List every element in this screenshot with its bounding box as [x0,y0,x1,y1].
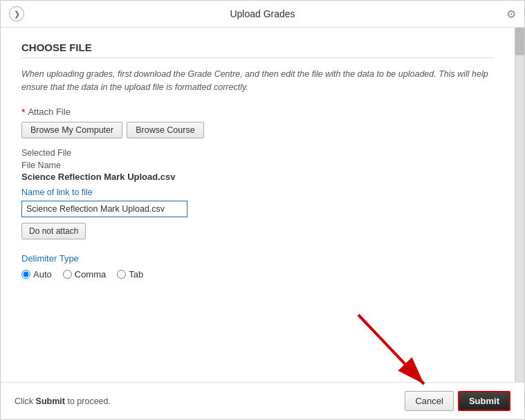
delimiter-auto-label: Auto [33,269,52,280]
info-text: When uploading grades, first download th… [21,68,494,94]
nav-back-button[interactable]: ❯ [9,6,24,21]
selected-file-section: Selected File File Name Science Reflecti… [21,148,494,239]
delimiter-comma-label: Comma [75,269,107,280]
settings-icon[interactable]: ⚙ [506,8,516,21]
delimiter-comma-radio[interactable] [63,270,72,279]
submit-button[interactable]: Submit [458,391,510,411]
required-indicator: * [21,107,25,118]
content-area: CHOOSE FILE When uploading grades, first… [1,28,524,382]
link-name-input[interactable] [21,201,187,217]
delimiter-label: Delimiter Type [21,253,494,264]
delimiter-section: Delimiter Type Auto Comma Tab [21,253,494,280]
cancel-button[interactable]: Cancel [405,391,453,411]
click-text: Click [15,396,33,406]
delimiter-comma-option[interactable]: Comma [63,269,107,280]
chevron-right-icon: ❯ [14,10,20,19]
delimiter-radio-group: Auto Comma Tab [21,269,494,280]
browse-course-button[interactable]: Browse Course [127,122,203,138]
browse-buttons: Browse My Computer Browse Course [21,122,494,138]
delimiter-auto-option[interactable]: Auto [21,269,52,280]
upload-grades-window: ❯ Upload Grades ⚙ CHOOSE FILE When uploa… [0,0,525,420]
file-name-value: Science Reflection Mark Upload.csv [21,172,494,182]
title-bar: ❯ Upload Grades ⚙ [1,1,524,28]
footer: Click Submit to proceed. Cancel Submit [1,382,524,419]
footer-hint-text: Click Submit to proceed. [15,396,111,406]
delimiter-tab-option[interactable]: Tab [117,269,143,280]
selected-file-label: Selected File [21,148,494,158]
section-title: CHOOSE FILE [21,42,494,58]
delimiter-tab-radio[interactable] [117,270,126,279]
main-panel: CHOOSE FILE When uploading grades, first… [1,28,515,382]
scrollbar-thumb[interactable] [515,28,524,55]
delimiter-auto-radio[interactable] [21,270,30,279]
footer-buttons: Cancel Submit [405,391,510,411]
submit-hint-word: Submit [36,396,65,406]
window-title: Upload Grades [230,8,295,19]
to-proceed-text: to proceed. [67,396,111,406]
file-name-label: File Name [21,161,494,170]
scrollbar[interactable] [515,28,524,382]
attach-file-label: * Attach File [21,107,494,118]
do-not-attach-button[interactable]: Do not attach [21,223,86,239]
attach-file-text: Attach File [28,107,70,117]
link-name-label: Name of link to file [21,188,494,197]
browse-computer-button[interactable]: Browse My Computer [21,122,122,138]
delimiter-tab-label: Tab [129,269,143,280]
